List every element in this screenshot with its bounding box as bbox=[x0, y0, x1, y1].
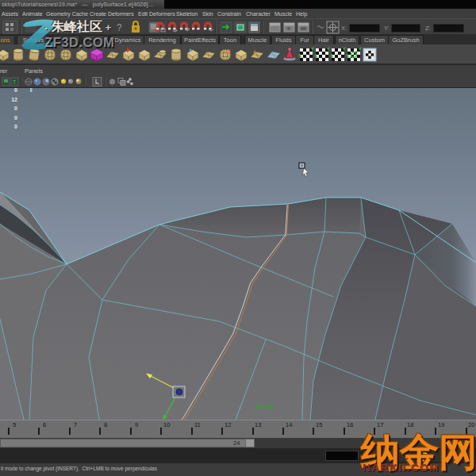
svg-text:0: 0 bbox=[14, 124, 17, 129]
svg-text:T: T bbox=[13, 79, 17, 85]
svg-text:?: ? bbox=[117, 22, 122, 33]
svg-text:0: 0 bbox=[14, 88, 17, 93]
svg-text:0: 0 bbox=[14, 115, 17, 121]
svg-text:12: 12 bbox=[11, 97, 17, 102]
svg-text:persp: persp bbox=[255, 402, 274, 410]
svg-text:0: 0 bbox=[14, 106, 17, 111]
